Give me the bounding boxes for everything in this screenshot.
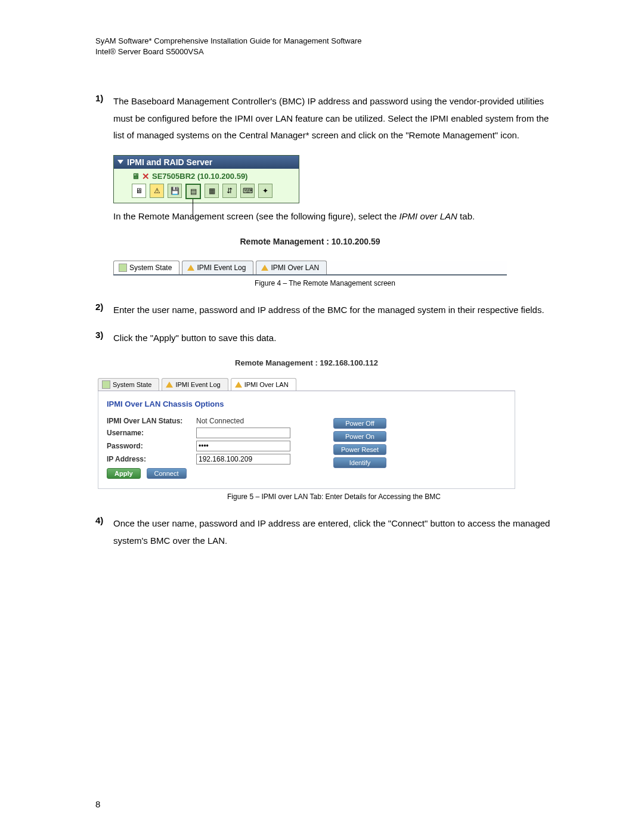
tree-panel-title: IPMI and RAID Server [127,157,212,167]
network-icon[interactable]: ⇵ [222,184,237,198]
step-3-body: Click the "Apply" button to save this da… [113,330,555,347]
step-4-number: 4) [95,515,113,525]
keyboard-icon[interactable]: ⌨ [240,184,255,198]
error-x-icon: ✕ [142,171,150,182]
callout-arrow [193,199,193,217]
step-2-number: 2) [95,302,113,312]
document-header: SyAM Software* Comprehensive Installatio… [95,36,555,57]
tree-system-row[interactable]: 🖥 ✕ SE7505BR2 (10.10.200.59) [132,171,294,182]
ipmi-chassis-heading: IPMI Over LAN Chassis Options [107,400,506,408]
tab-ipmi-over-lan[interactable]: IPMI Over LAN [231,378,296,391]
raid-icon[interactable]: ▦ [205,184,219,198]
power-reset-button[interactable]: Power Reset [333,444,386,455]
password-label: Password: [107,442,196,450]
username-label: Username: [107,429,196,437]
display-icon[interactable]: 🖥 [132,184,146,198]
monitor-icon: 🖥 [132,172,140,181]
system-state-icon [102,380,110,389]
floppy-icon[interactable]: 💾 [168,184,182,198]
step-4-body: Once the user name, password and IP addr… [113,515,555,549]
status-label: IPMI Over LAN Status: [107,417,196,425]
warning-icon [166,382,173,388]
ipmi-form-title: Remote Management : 192.168.100.112 [98,358,515,367]
status-value: Not Connected [196,417,244,425]
figure-4-caption: Figure 4 – The Remote Management screen [95,279,555,287]
step-2-body: Enter the user name, password and IP add… [113,302,555,319]
step-1-number: 1) [95,93,113,103]
collapse-triangle-icon[interactable] [117,160,123,164]
power-on-button[interactable]: Power On [333,431,386,442]
header-line-1: SyAM Software* Comprehensive Installatio… [95,36,555,47]
tree-system-label: SE7505BR2 (10.10.200.59) [152,172,247,181]
connect-button[interactable]: Connect [147,468,187,479]
username-input[interactable] [196,428,290,438]
step-1b-text: In the Remote Management screen (see the… [113,208,555,225]
figure-tree-panel: IPMI and RAID Server 🖥 ✕ SE7505BR2 (10.1… [113,155,555,203]
tab-system-state[interactable]: System State [98,378,159,391]
warning-icon [261,265,268,271]
ip-address-input[interactable] [196,454,290,465]
warning-icon [235,382,242,388]
tab-ipmi-event-log[interactable]: IPMI Event Log [162,378,228,391]
page-number: 8 [95,799,100,809]
remote-mgmt-title: Remote Management : 10.10.200.59 [113,237,507,246]
figure-remote-mgmt-tabs: Remote Management : 10.10.200.59 System … [113,237,507,275]
tab-ipmi-over-lan[interactable]: IPMI Over LAN [256,261,327,274]
tab-ipmi-event-log[interactable]: IPMI Event Log [182,261,253,274]
figure-5-caption: Figure 5 – IPMI over LAN Tab: Enter Deta… [113,493,555,501]
step-3-number: 3) [95,330,113,340]
header-line-2: Intel® Server Board S5000VSA [95,47,555,57]
power-off-button[interactable]: Power Off [333,418,386,429]
remote-management-icon[interactable]: ▤ [185,184,201,199]
warning-icon[interactable]: ⚠ [150,184,164,198]
figure-ipmi-lan-form: Remote Management : 192.168.100.112 Syst… [98,358,515,489]
password-input[interactable] [196,441,290,451]
tab-system-state[interactable]: System State [113,261,179,274]
system-state-icon [119,264,127,272]
apply-button[interactable]: Apply [107,468,141,479]
globe-icon[interactable]: ✦ [258,184,273,198]
identify-button[interactable]: Identify [333,457,386,468]
warning-icon [187,265,194,271]
tree-panel-title-bar[interactable]: IPMI and RAID Server [114,156,299,169]
ip-address-label: IP Address: [107,455,196,463]
step-1-body: The Baseboard Management Controller's (B… [113,93,555,144]
